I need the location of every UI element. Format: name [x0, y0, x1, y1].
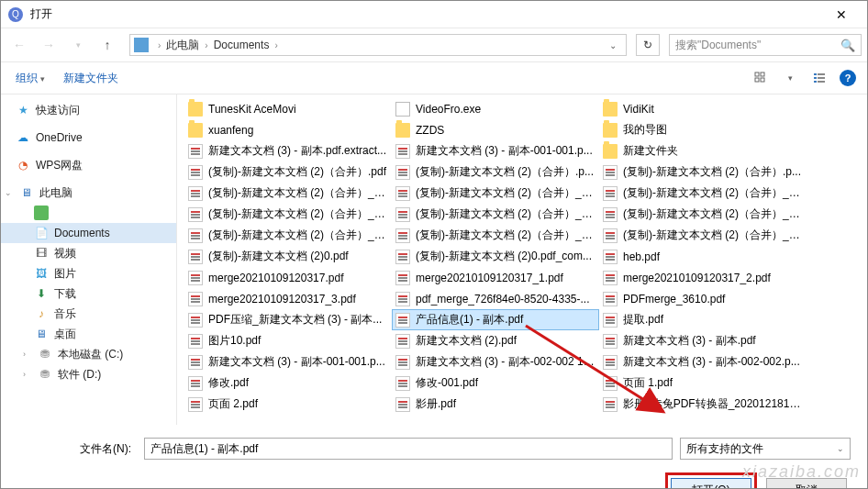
file-item[interactable]: (复制)-新建文本文档 (2)（合并）.pdf — [184, 161, 392, 183]
file-item[interactable]: 新建文本文档 (2).pdf — [392, 330, 599, 351]
address-bar[interactable]: › 此电脑 › Documents › ⌄ — [129, 34, 627, 56]
file-item[interactable]: 新建文本文档 (3) - 副本-001-001.p... — [392, 140, 599, 161]
open-button[interactable]: 打开(O) — [671, 478, 751, 489]
file-item[interactable]: 新建文件夹 — [599, 140, 807, 161]
close-button[interactable]: ✕ — [823, 7, 860, 22]
tree-video[interactable]: 🎞视频 — [1, 243, 176, 263]
file-item[interactable]: (复制)-新建文本文档 (2)（合并）.p... — [392, 161, 599, 183]
svg-rect-9 — [818, 81, 825, 83]
file-item[interactable]: pdf_merge_726f84e0-8520-4335-... — [392, 288, 599, 309]
file-name: TunesKit AceMovi — [208, 103, 388, 116]
file-item[interactable]: (复制)-新建文本文档 (2)（合并）.p... — [599, 161, 807, 183]
tree-unknown-green[interactable] — [1, 203, 176, 223]
file-item[interactable]: 修改.pdf — [184, 372, 392, 394]
tree-disk-c[interactable]: ›⛃本地磁盘 (C:) — [1, 344, 176, 364]
view-dropdown[interactable]: ▾ — [781, 69, 799, 87]
file-name: merge20210109120317.pdf — [208, 272, 388, 284]
file-item[interactable]: 影册.pdf — [392, 394, 599, 415]
file-item[interactable]: (复制)-新建文本文档 (2)（合并）_1... — [184, 183, 392, 204]
file-item[interactable]: (复制)-新建文本文档 (2)（合并）_加... — [392, 225, 599, 246]
breadcrumb-documents[interactable]: Documents — [212, 39, 272, 51]
tree-wps[interactable]: ◔WPS网盘 — [1, 155, 176, 175]
file-item[interactable]: 新建文本文档 (3) - 副本-001-001.p... — [184, 351, 392, 372]
file-item[interactable]: 新建文本文档 (3) - 副本-002-002.p... — [599, 351, 807, 372]
breadcrumb-thispc[interactable]: 此电脑 — [164, 38, 201, 53]
tree-music[interactable]: ♪音乐 — [1, 304, 176, 324]
svg-rect-7 — [818, 77, 825, 79]
file-item[interactable]: PDFmerge_3610.pdf — [599, 288, 807, 309]
file-item[interactable]: 影册_赤兔PDF转换器_20201218102... — [599, 394, 807, 415]
pdf-icon — [395, 207, 410, 222]
file-item[interactable]: 新建文本文档 (3) - 副本-002-002 1.... — [392, 351, 599, 372]
file-item[interactable]: TunesKit AceMovi — [184, 98, 392, 119]
recent-dropdown[interactable]: ▾ — [65, 32, 91, 58]
tree-desktop[interactable]: 🖥桌面 — [1, 324, 176, 344]
file-item[interactable]: 新建文本文档 (3) - 副本.pdf.extract... — [184, 140, 392, 161]
pdf-icon — [603, 207, 618, 222]
tree-downloads[interactable]: ⬇下载 — [1, 283, 176, 304]
folder-icon — [603, 102, 618, 117]
file-item[interactable]: merge20210109120317.pdf — [184, 267, 392, 288]
file-item[interactable]: ZZDS — [392, 119, 599, 140]
forward-button[interactable]: → — [36, 32, 61, 58]
file-list[interactable]: TunesKit AceMovixuanfeng新建文本文档 (3) - 副本.… — [177, 94, 867, 425]
footer: 文件名(N): 所有支持的文件⌄ 打开(O) 取消 — [1, 425, 867, 489]
file-item[interactable]: merge20210109120317_2.pdf — [599, 267, 807, 288]
tree-documents[interactable]: 📄Documents — [1, 223, 176, 243]
expand-icon[interactable]: › — [23, 370, 32, 379]
help-button[interactable]: ? — [840, 70, 856, 86]
file-item[interactable]: (复制)-新建文本文档 (2)（合并）_加... — [184, 225, 392, 246]
file-name: (复制)-新建文本文档 (2)0.pdf — [208, 249, 388, 264]
file-item[interactable]: 页面 2.pdf — [184, 394, 392, 415]
file-item[interactable]: (复制)-新建文本文档 (2)（合并）_加... — [184, 204, 392, 225]
search-input[interactable]: 搜索"Documents" 🔍 — [669, 34, 862, 56]
file-item[interactable]: (复制)-新建文本文档 (2)（合并）_加... — [392, 204, 599, 225]
up-button[interactable]: ↑ — [95, 32, 120, 58]
file-item[interactable]: 图片10.pdf — [184, 330, 392, 351]
tree-pictures[interactable]: 🖼图片 — [1, 263, 176, 283]
file-item[interactable]: xuanfeng — [184, 119, 392, 140]
file-item[interactable]: VidiKit — [599, 98, 807, 119]
tree-thispc[interactable]: ⌄🖥此电脑 — [1, 183, 176, 203]
refresh-button[interactable]: ↻ — [636, 34, 660, 56]
toolbar: 组织 新建文件夹 ▾ ? — [1, 61, 867, 94]
view-details-button[interactable] — [810, 69, 829, 87]
file-item[interactable]: VideoFro.exe — [392, 98, 599, 119]
file-item[interactable]: (复制)-新建文本文档 (2)（合并）_加... — [599, 183, 807, 204]
title-bar: Q 打开 ✕ — [1, 1, 867, 28]
file-item[interactable]: (复制)-新建文本文档 (2)（合并）_已... — [599, 225, 807, 246]
file-item[interactable]: PDF压缩_新建文本文档 (3) - 副本... — [184, 309, 392, 330]
new-folder-button[interactable]: 新建文件夹 — [60, 69, 122, 88]
file-item[interactable]: 页面 1.pdf — [599, 372, 807, 394]
file-item[interactable]: merge20210109120317_3.pdf — [184, 288, 392, 309]
tree-onedrive[interactable]: ☁OneDrive — [1, 128, 176, 148]
cloud-icon: ☁ — [16, 130, 30, 145]
tree-quick-access[interactable]: ★快速访问 — [1, 100, 176, 120]
file-item[interactable]: (复制)-新建文本文档 (2)0.pdf — [184, 246, 392, 267]
file-item[interactable]: (复制)-新建文本文档 (2)0.pdf_com... — [392, 246, 599, 267]
organize-menu[interactable]: 组织 — [12, 69, 49, 88]
pdf-icon — [603, 355, 618, 370]
file-item[interactable]: merge20210109120317_1.pdf — [392, 267, 599, 288]
cancel-button[interactable]: 取消 — [766, 478, 847, 489]
file-item[interactable]: 修改-001.pdf — [392, 372, 599, 394]
file-item[interactable]: 产品信息(1) - 副本.pdf — [392, 309, 599, 330]
back-button[interactable]: ← — [6, 32, 32, 58]
filetype-filter[interactable]: 所有支持的文件⌄ — [680, 438, 851, 460]
filename-input[interactable] — [144, 438, 673, 460]
file-name: merge20210109120317_1.pdf — [416, 272, 595, 284]
tree-disk-d[interactable]: ›⛃软件 (D:) — [1, 364, 176, 384]
file-name: (复制)-新建文本文档 (2)（合并）.p... — [623, 164, 803, 180]
file-item[interactable]: (复制)-新建文本文档 (2)（合并）_c... — [392, 183, 599, 204]
address-dropdown[interactable]: ⌄ — [604, 40, 622, 50]
file-item[interactable]: 新建文本文档 (3) - 副本.pdf — [599, 330, 807, 351]
pc-icon: 🖥 — [19, 185, 34, 200]
file-item[interactable]: 提取.pdf — [599, 309, 807, 330]
view-thumbnails-button[interactable] — [751, 69, 770, 87]
file-item[interactable]: (复制)-新建文本文档 (2)（合并）_加... — [599, 204, 807, 225]
expand-icon[interactable]: ⌄ — [5, 188, 14, 197]
file-item[interactable]: heb.pdf — [599, 246, 807, 267]
file-item[interactable]: 我的导图 — [599, 119, 807, 140]
folder-icon — [34, 206, 49, 220]
expand-icon[interactable]: › — [23, 350, 32, 359]
